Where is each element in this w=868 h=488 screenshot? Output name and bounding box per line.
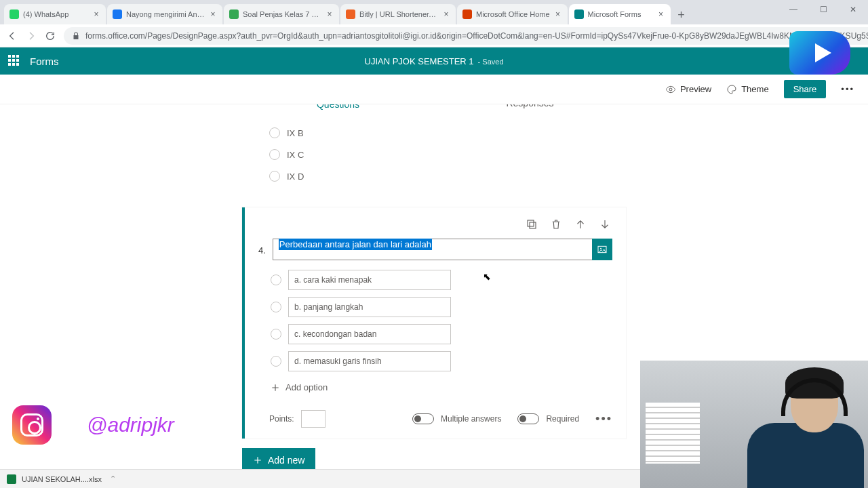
insert-media-button[interactable] <box>592 239 612 260</box>
form-tabs: Questions Responses <box>242 104 626 118</box>
option-row[interactable]: IX D <box>269 165 610 187</box>
option-input[interactable] <box>288 351 451 371</box>
close-icon[interactable]: × <box>326 10 334 18</box>
add-new-question-button[interactable]: Add new <box>242 448 315 469</box>
browser-tab[interactable]: Soal Penjas Kelas 7 Tahun Ajaran × <box>224 4 339 24</box>
more-button[interactable]: ••• <box>841 84 854 94</box>
move-down-button[interactable] <box>599 218 611 230</box>
multiple-answers-toggle[interactable] <box>412 413 434 424</box>
saved-indicator: - Saved <box>478 58 504 66</box>
points-input[interactable] <box>301 410 326 428</box>
channel-logo-overlay <box>789 31 850 75</box>
multiple-answers-label: Multiple answers <box>441 414 501 424</box>
back-icon[interactable] <box>7 30 18 42</box>
excel-icon <box>7 474 16 484</box>
site-icon <box>229 9 239 19</box>
tab-label: Microsoft Forms <box>588 10 653 18</box>
required-toggle[interactable] <box>517 413 539 424</box>
option-label: IX B <box>287 128 304 138</box>
tab-responses[interactable]: Responses <box>434 104 626 118</box>
close-icon[interactable]: × <box>92 10 100 18</box>
question-text-input[interactable]: Perbedaan antara jalan dan lari adalah <box>273 239 593 260</box>
tab-label: Soal Penjas Kelas 7 Tahun Ajaran <box>243 10 321 18</box>
radio-icon <box>271 302 281 312</box>
window-maximize[interactable]: ☐ <box>808 0 838 19</box>
option-row[interactable]: IX C <box>269 144 610 165</box>
svg-point-0 <box>669 88 672 91</box>
svg-point-4 <box>600 248 601 249</box>
close-icon[interactable]: × <box>657 10 665 18</box>
browser-tab[interactable]: (4) WhatsApp × <box>4 4 106 24</box>
radio-icon <box>271 329 281 340</box>
close-icon[interactable]: × <box>209 10 217 18</box>
question-number: 4. <box>258 239 266 256</box>
webcam-overlay <box>640 361 868 488</box>
chevron-up-icon[interactable]: ⌃ <box>110 474 116 483</box>
new-tab-button[interactable]: + <box>672 5 691 24</box>
option-row <box>271 297 612 317</box>
browser-tab[interactable]: Nayong mengirimi Anda pesan × <box>107 4 222 24</box>
command-bar: Preview Theme Share ••• <box>0 75 868 104</box>
forms-header: Forms UJIAN PJOK SEMESTER 1- Saved <box>0 47 868 75</box>
add-option-button[interactable]: Add option <box>258 378 612 392</box>
instagram-handle: @adripjkr <box>87 413 174 436</box>
forms-app-label[interactable]: Forms <box>30 56 59 67</box>
radio-icon <box>271 274 281 285</box>
browser-tab[interactable]: Microsoft Office Home × <box>457 4 568 24</box>
plus-icon <box>253 455 262 465</box>
copy-question-button[interactable] <box>526 218 538 230</box>
theme-button[interactable]: Theme <box>726 84 768 95</box>
tab-label: Bitly | URL Shortener, Custom Li <box>359 10 438 18</box>
delete-question-button[interactable] <box>550 218 562 230</box>
preview-button[interactable]: Preview <box>665 84 711 95</box>
browser-tab-strip: (4) WhatsApp × Nayong mengirimi Anda pes… <box>0 0 868 24</box>
active-question-card: 4. Perbedaan antara jalan dan lari adala… <box>242 207 626 439</box>
instagram-icon <box>12 405 52 445</box>
move-up-button[interactable] <box>574 218 587 230</box>
close-icon[interactable]: × <box>554 10 562 18</box>
tab-label: (4) WhatsApp <box>23 10 88 18</box>
previous-question-tail[interactable]: IX B IX C IX D <box>242 118 626 199</box>
taskbar-file[interactable]: UJIAN SEKOLAH....xlsx <box>22 475 102 483</box>
browser-tab[interactable]: Bitly | URL Shortener, Custom Li × <box>340 4 456 24</box>
radio-icon <box>269 171 280 182</box>
required-label: Required <box>546 414 579 424</box>
reload-icon[interactable] <box>45 30 56 42</box>
lock-icon <box>72 32 80 40</box>
radio-icon <box>269 127 280 138</box>
option-row <box>271 324 612 344</box>
url-text: forms.office.com/Pages/DesignPage.aspx?a… <box>85 31 868 41</box>
tab-label: Microsoft Office Home <box>476 10 550 18</box>
svg-rect-1 <box>530 222 536 228</box>
svg-rect-2 <box>528 220 534 226</box>
radio-icon <box>269 149 280 160</box>
url-field[interactable]: forms.office.com/Pages/DesignPage.aspx?a… <box>64 27 868 45</box>
forward-icon[interactable] <box>26 30 37 42</box>
option-row <box>271 351 612 371</box>
option-input[interactable] <box>288 297 451 317</box>
eye-icon <box>665 84 676 95</box>
image-icon <box>597 244 608 255</box>
radio-icon <box>271 356 281 367</box>
tab-questions[interactable]: Questions <box>242 104 434 118</box>
bitly-icon <box>346 9 355 19</box>
option-input[interactable] <box>288 270 451 290</box>
option-row[interactable]: IX B <box>269 122 610 144</box>
close-icon[interactable]: × <box>442 10 450 18</box>
address-bar: forms.office.com/Pages/DesignPage.aspx?a… <box>0 24 868 47</box>
option-label: IX D <box>287 171 304 182</box>
window-minimize[interactable]: — <box>778 0 808 19</box>
form-title[interactable]: UJIAN PJOK SEMESTER 1- Saved <box>364 56 503 66</box>
forms-icon <box>574 9 584 19</box>
option-input[interactable] <box>288 324 451 344</box>
app-launcher-icon[interactable] <box>8 55 20 67</box>
whatsapp-icon <box>9 9 19 19</box>
office-icon <box>462 9 472 19</box>
facebook-icon <box>113 9 122 19</box>
plus-icon <box>271 383 280 392</box>
question-more-button[interactable]: ••• <box>595 412 612 426</box>
browser-tab-active[interactable]: Microsoft Forms × <box>569 4 671 24</box>
share-button[interactable]: Share <box>784 80 827 98</box>
window-close[interactable]: ✕ <box>838 0 868 19</box>
points-label: Points: <box>269 414 294 424</box>
